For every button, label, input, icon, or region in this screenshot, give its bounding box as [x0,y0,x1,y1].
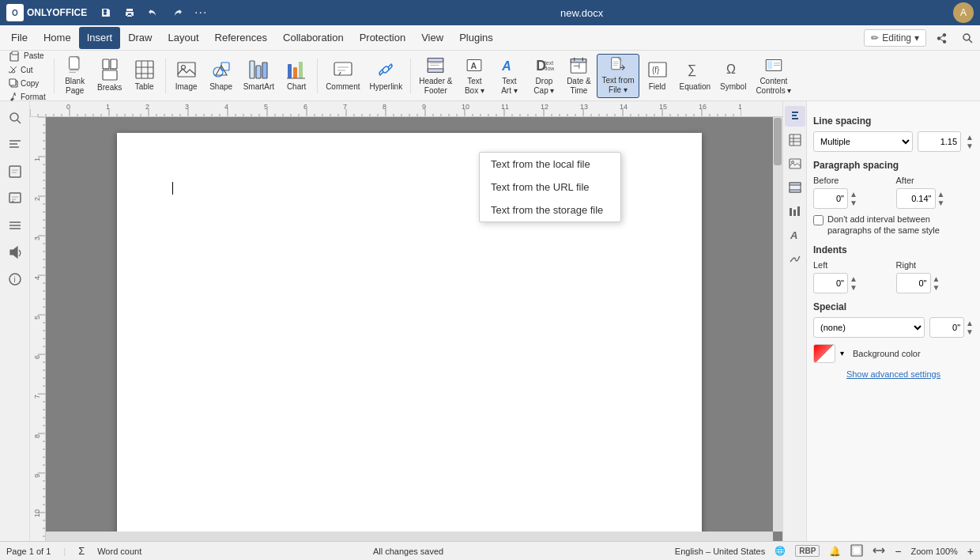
indent-left-arrows[interactable]: ▲▼ [850,274,858,292]
menu-collaboration[interactable]: Collaboration [275,27,352,49]
document-scroll-area[interactable] [46,117,773,532]
menu-view[interactable]: View [413,27,451,49]
hyperlink-button[interactable]: Hyperlink [365,54,406,98]
text-box-button[interactable]: A TextBox ▾ [458,54,491,98]
symbol-button[interactable]: Ω Symbol [716,54,750,98]
menu-protection[interactable]: Protection [352,27,414,49]
after-value[interactable] [896,188,936,209]
breaks-button[interactable]: Breaks [93,54,126,98]
editing-mode-button[interactable]: ✏ Editing ▾ [864,29,926,47]
track-changes-btn[interactable]: RBP [795,545,820,557]
image-button[interactable]: Image [170,54,203,98]
toolbar: Paste Cut Copy Format BlankPage Breaks T… [0,51,980,101]
menu-plugins[interactable]: Plugins [451,27,501,49]
date-time-button[interactable]: Date &Time [562,54,595,98]
smartart-button[interactable]: SmartArt [239,54,278,98]
menu-layout[interactable]: Layout [160,27,207,49]
user-avatar[interactable]: A [953,2,974,23]
right-panel-signature-icon[interactable] [785,248,805,269]
vertical-scrollbar[interactable] [773,117,782,532]
sidebar-info-icon[interactable]: i [3,267,27,291]
zoom-in-btn[interactable]: + [967,546,974,557]
dropdown-item-local-file[interactable]: Text from the local file [480,153,620,176]
word-count-label[interactable]: Word count [97,547,141,556]
sidebar-pages-icon[interactable] [3,160,27,184]
after-arrows[interactable]: ▲▼ [937,190,945,207]
svg-point-0 [963,34,970,40]
before-arrows[interactable]: ▲▼ [850,190,858,207]
right-panel-text-art-icon[interactable]: A [785,225,805,245]
right-panel-chart-icon[interactable] [785,201,805,221]
sidebar-find-icon[interactable] [3,106,27,130]
after-col: After ▲▼ [896,176,974,209]
special-arrows[interactable]: ▲▼ [966,319,974,336]
sidebar-comments-icon[interactable] [3,187,27,210]
share-button[interactable] [933,28,952,47]
text-from-file-button[interactable]: Text fromFile ▾ [597,54,639,98]
drop-cap-button[interactable]: Dtextflow DropCap ▾ [527,54,560,98]
right-panel-paragraph-icon[interactable] [785,106,805,127]
language-icon[interactable]: 🌐 [775,546,786,556]
ruler-top [30,101,782,117]
language-label[interactable]: English – United States [675,547,765,556]
blank-page-button[interactable]: BlankPage [58,54,92,98]
svg-rect-89 [793,210,796,216]
indent-right-value[interactable] [896,273,931,293]
content-controls-button[interactable]: ContentControls ▾ [752,54,795,98]
sidebar-headings-icon[interactable] [3,133,27,157]
chart-button[interactable]: Chart [280,54,313,98]
menu-draw[interactable]: Draw [120,27,160,49]
field-button[interactable]: {f} Field [641,54,674,98]
shape-button[interactable]: Shape [205,54,238,98]
save-button[interactable] [96,3,115,22]
sidebar-list-icon[interactable] [3,214,27,237]
before-value[interactable] [813,188,848,209]
special-select[interactable]: (none) First Line Hanging [813,317,925,338]
menu-references[interactable]: References [207,27,275,49]
table-button[interactable]: Table [128,54,161,98]
search-button[interactable] [958,28,977,47]
horizontal-scrollbar[interactable] [46,532,773,541]
print-button[interactable] [120,3,139,22]
more-button[interactable]: ··· [191,3,210,22]
line-spacing-value[interactable] [918,131,961,152]
background-color-swatch[interactable] [813,344,835,363]
color-dropdown-arrow[interactable]: ▾ [840,349,848,358]
line-spacing-arrows[interactable]: ▲▼ [966,133,974,150]
text-art-button[interactable]: A TextArt ▾ [492,54,526,98]
menu-home[interactable]: Home [36,27,79,49]
comment-button[interactable]: Comment [322,54,364,98]
right-panel-header-icon[interactable] [785,177,805,198]
dont-add-interval-checkbox[interactable] [813,215,824,225]
fit-width-btn[interactable] [873,544,885,558]
word-count-icon: Σ [78,545,85,557]
show-advanced-settings[interactable]: Show advanced settings [813,369,974,379]
paste-button[interactable]: Paste [5,48,50,62]
header-footer-button[interactable]: Header &Footer [415,54,456,98]
dropdown-item-url-file[interactable]: Text from the URL file [480,176,620,199]
redo-button[interactable] [168,3,187,22]
special-value[interactable] [929,317,964,338]
title-bar-controls: ··· [96,3,210,22]
zoom-out-btn[interactable]: − [895,546,901,557]
app-name: ONLYOFFICE [27,7,87,18]
cut-button[interactable]: Cut [5,63,50,76]
menu-file[interactable]: File [3,27,36,49]
right-panel-table-icon[interactable] [785,130,805,150]
copy-button[interactable]: Copy [5,77,50,89]
indent-right-arrows[interactable]: ▲▼ [933,274,940,292]
scrollbar-thumb-v[interactable] [774,118,782,165]
sep-2 [165,59,166,93]
right-panel-image-icon[interactable] [785,153,805,174]
sidebar-speaker-icon[interactable] [3,240,27,264]
notifications-btn[interactable]: 🔔 [829,546,841,557]
equation-button[interactable]: ∑ Equation [676,54,714,98]
undo-button[interactable] [144,3,163,22]
menu-insert[interactable]: Insert [79,27,121,49]
dropdown-item-storage-file[interactable]: Text from the storage file [480,199,620,221]
fit-page-btn[interactable] [850,544,863,558]
shape-label: Shape [209,82,232,92]
zoom-level[interactable]: Zoom 100% [911,547,958,556]
line-spacing-select[interactable]: Multiple Single 1.5 Lines Double [813,131,913,152]
indent-left-value[interactable] [813,273,848,293]
